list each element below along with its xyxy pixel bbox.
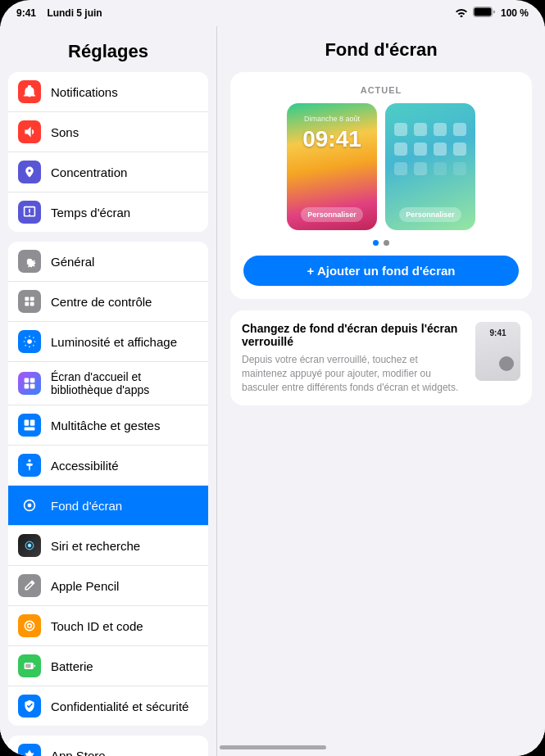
siri-label: Siri et recherche bbox=[51, 539, 140, 553]
confidentialite-label: Confidentialité et sécurité bbox=[51, 699, 188, 713]
sidebar-item-luminosite[interactable]: Luminosité et affichage bbox=[8, 322, 208, 362]
multitache-icon bbox=[18, 414, 41, 437]
svg-rect-9 bbox=[25, 384, 30, 389]
homescreen-personaliser: Personnaliser bbox=[399, 207, 461, 222]
touch-id-icon bbox=[18, 614, 41, 637]
svg-point-14 bbox=[28, 459, 30, 462]
status-date: Lundi 5 juin bbox=[47, 7, 102, 19]
batterie-icon bbox=[18, 654, 41, 677]
status-bar: 9:41 Lundi 5 juin 100 % bbox=[0, 0, 545, 26]
multitache-label: Multitâche et gestes bbox=[51, 419, 160, 432]
hs-icon-10 bbox=[414, 162, 427, 175]
sidebar-item-ecran-accueil[interactable]: Écran d'accueil et bibliothèque d'apps bbox=[8, 362, 208, 405]
sidebar-item-siri[interactable]: Siri et recherche bbox=[8, 526, 208, 566]
hs-icon-3 bbox=[434, 123, 447, 136]
sidebar-group-2: Général Centre de contrôle bbox=[8, 242, 208, 726]
svg-rect-1 bbox=[474, 8, 491, 16]
wifi-icon bbox=[455, 7, 468, 20]
sidebar-item-sons[interactable]: Sons bbox=[8, 112, 208, 152]
svg-rect-4 bbox=[25, 302, 29, 306]
actuel-label: ACTUEL bbox=[243, 85, 519, 95]
svg-rect-3 bbox=[30, 297, 34, 301]
info-card: Changez de fond d'écran depuis l'écran v… bbox=[230, 310, 532, 405]
status-time: 9:41 bbox=[16, 7, 36, 19]
svg-rect-11 bbox=[25, 420, 30, 426]
dot-1 bbox=[373, 240, 379, 246]
wallpaper-card: ACTUEL Dimanche 8 août 09:41 Personnalis… bbox=[230, 72, 532, 299]
homescreen-icons bbox=[394, 123, 466, 175]
centre-controle-icon bbox=[18, 290, 41, 313]
info-card-desc: Depuis votre écran verrouillé, touchez e… bbox=[242, 353, 466, 394]
hs-icon-8 bbox=[453, 143, 466, 156]
lockscreen-preview[interactable]: Dimanche 8 août 09:41 Personnaliser bbox=[287, 103, 377, 230]
fond-ecran-label: Fond d'écran bbox=[51, 499, 122, 513]
sidebar-item-apple-pencil[interactable]: Apple Pencil bbox=[8, 566, 208, 606]
status-indicators: 100 % bbox=[455, 7, 529, 20]
thumb-time: 9:41 bbox=[489, 328, 506, 337]
battery-percent: 100 % bbox=[501, 7, 529, 19]
hs-icon-11 bbox=[434, 162, 447, 175]
notifications-label: Notifications bbox=[51, 85, 118, 99]
sons-label: Sons bbox=[51, 125, 79, 139]
homescreen-preview[interactable]: Personnaliser bbox=[385, 103, 475, 230]
sons-icon bbox=[18, 120, 41, 143]
svg-rect-2 bbox=[25, 297, 29, 301]
svg-rect-12 bbox=[30, 420, 35, 426]
concentration-icon bbox=[18, 161, 41, 183]
temps-ecran-icon bbox=[18, 201, 41, 224]
fond-ecran-icon bbox=[18, 494, 41, 517]
svg-rect-5 bbox=[30, 302, 34, 306]
sidebar-item-batterie[interactable]: Batterie bbox=[8, 646, 208, 686]
apple-pencil-icon bbox=[18, 574, 41, 597]
sidebar-item-confidentialite[interactable]: Confidentialité et sécurité bbox=[8, 686, 208, 726]
page-dots bbox=[243, 240, 519, 246]
accessibilite-icon bbox=[18, 454, 41, 477]
app-store-label: App Store bbox=[51, 749, 106, 757]
homescreen-bg: Personnaliser bbox=[385, 103, 475, 230]
centre-controle-label: Centre de contrôle bbox=[51, 295, 152, 309]
svg-rect-19 bbox=[25, 664, 30, 668]
hs-icon-2 bbox=[414, 123, 427, 136]
apple-pencil-label: Apple Pencil bbox=[51, 579, 119, 593]
sidebar-item-fond-ecran[interactable]: Fond d'écran bbox=[8, 486, 208, 526]
home-indicator[interactable] bbox=[220, 745, 326, 749]
confidentialite-icon bbox=[18, 695, 41, 718]
concentration-label: Concentration bbox=[51, 165, 127, 179]
info-thumb: 9:41 bbox=[475, 322, 520, 381]
info-card-title: Changez de fond d'écran depuis l'écran v… bbox=[242, 322, 466, 348]
general-label: Général bbox=[51, 255, 94, 269]
page-title: Fond d'écran bbox=[230, 39, 532, 61]
accessibilite-label: Accessibilité bbox=[51, 459, 119, 473]
sidebar-title: Réglages bbox=[0, 34, 216, 72]
hs-icon-9 bbox=[394, 162, 407, 175]
sidebar-item-app-store[interactable]: App Store bbox=[8, 736, 208, 756]
sidebar-item-multitache[interactable]: Multitâche et gestes bbox=[8, 405, 208, 446]
sidebar-group-1: Notifications Sons bbox=[8, 72, 208, 232]
batterie-label: Batterie bbox=[51, 659, 93, 673]
svg-rect-10 bbox=[30, 384, 35, 389]
add-wallpaper-button[interactable]: + Ajouter un fond d'écran bbox=[243, 256, 519, 286]
ipad-frame: 9:41 Lundi 5 juin 100 % Régla bbox=[0, 0, 545, 756]
hs-icon-1 bbox=[394, 123, 407, 136]
siri-icon bbox=[18, 534, 41, 557]
sidebar-item-accessibilite[interactable]: Accessibilité bbox=[8, 446, 208, 486]
sidebar-item-touch-id[interactable]: Touch ID et code bbox=[8, 606, 208, 646]
battery-icon bbox=[473, 7, 496, 20]
sidebar-item-general[interactable]: Général bbox=[8, 242, 208, 282]
sidebar-item-centre-controle[interactable]: Centre de contrôle bbox=[8, 282, 208, 322]
notifications-icon bbox=[18, 80, 41, 103]
sidebar-item-concentration[interactable]: Concentration bbox=[8, 152, 208, 192]
thumb-circle bbox=[499, 356, 514, 371]
hs-icon-4 bbox=[453, 123, 466, 136]
general-icon bbox=[18, 250, 41, 273]
svg-rect-8 bbox=[30, 378, 35, 383]
ecran-accueil-label: Écran d'accueil et bibliothèque d'apps bbox=[51, 370, 198, 396]
luminosite-icon bbox=[18, 330, 41, 353]
sidebar-item-temps-ecran[interactable]: Temps d'écran bbox=[8, 192, 208, 232]
status-time-date: 9:41 Lundi 5 juin bbox=[16, 7, 102, 19]
temps-ecran-label: Temps d'écran bbox=[51, 206, 130, 220]
sidebar-item-notifications[interactable]: Notifications bbox=[8, 72, 208, 112]
app-store-icon bbox=[18, 744, 41, 756]
svg-point-15 bbox=[28, 504, 32, 508]
hs-icon-7 bbox=[434, 143, 447, 156]
